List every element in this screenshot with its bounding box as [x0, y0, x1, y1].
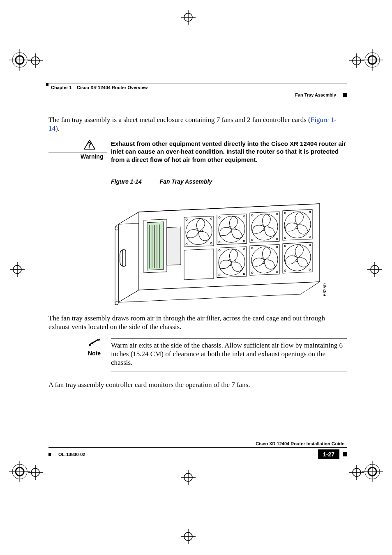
section-marker-icon	[343, 93, 347, 97]
after-figure-paragraph: The fan tray assembly draws room air in …	[48, 314, 347, 332]
guide-title: Cisco XR 12404 Router Installation Guide	[48, 441, 347, 446]
svg-rect-31	[167, 227, 181, 265]
warning-text: Exhaust from other equipment vented dire…	[111, 140, 347, 164]
closing-paragraph: A fan tray assembly controller card moni…	[48, 380, 347, 389]
figure-image: 66250	[111, 192, 325, 307]
crop-mark-icon	[349, 53, 364, 68]
chapter-number: Chapter 1	[51, 85, 72, 90]
header-rule	[48, 83, 347, 83]
page-footer: Cisco XR 12404 Router Installation Guide…	[48, 441, 347, 459]
svg-point-23	[115, 302, 118, 305]
figure-number: Figure 1-14	[111, 178, 142, 185]
note-icon	[89, 338, 111, 348]
crop-mark-icon	[181, 10, 196, 25]
chapter-title: Cisco XR 12404 Router Overview	[77, 85, 148, 90]
svg-rect-32	[184, 249, 214, 280]
note-label: Note	[48, 349, 107, 357]
footer-marker-icon	[48, 453, 51, 456]
svg-marker-16	[115, 224, 118, 305]
crop-mark-icon	[10, 262, 25, 277]
svg-marker-15	[118, 212, 139, 302]
warning-label: Warning	[48, 152, 107, 160]
figure-caption: Figure 1-14 Fan Tray Assembly	[111, 178, 347, 185]
crop-mark-icon	[28, 465, 43, 480]
intro-paragraph: The fan tray assembly is a sheet metal e…	[48, 115, 347, 133]
page-number: 1-27	[318, 449, 339, 459]
footer-marker-icon	[343, 452, 347, 456]
warning-icon	[84, 140, 111, 151]
warning-callout: Warning Exhaust from other equipment ven…	[48, 140, 347, 164]
svg-point-14	[89, 147, 90, 148]
crop-mark-icon	[349, 465, 364, 480]
figure-title: Fan Tray Assembly	[160, 178, 212, 185]
document-number: OL-13830-02	[53, 452, 85, 457]
svg-point-22	[115, 227, 118, 230]
svg-rect-21	[122, 250, 126, 266]
section-title: Fan Tray Assembly	[295, 92, 339, 97]
crop-mark-icon	[367, 262, 382, 277]
crop-mark-icon	[181, 529, 196, 544]
crop-mark-icon	[181, 470, 196, 485]
note-callout: Note Warm air exits at the side of the c…	[48, 338, 347, 372]
figure-id: 66250	[322, 283, 327, 296]
crop-mark-icon	[28, 53, 43, 68]
page-content: Chapter 1 Cisco XR 12404 Router Overview…	[48, 83, 347, 453]
running-header: Chapter 1 Cisco XR 12404 Router Overview	[48, 85, 347, 90]
note-text: Warm air exits at the side of the chassi…	[111, 341, 347, 367]
